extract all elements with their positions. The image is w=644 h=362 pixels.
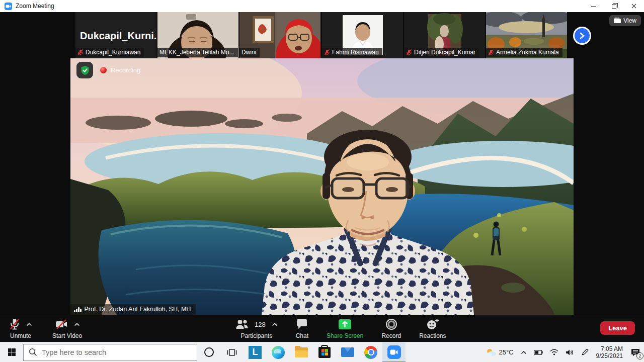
chevron-up-icon bbox=[521, 350, 527, 354]
volume-indicator[interactable] bbox=[562, 342, 578, 362]
participant-big-name: Dukcapil_Kurni... bbox=[80, 30, 156, 42]
zoom-taskbar-icon bbox=[387, 345, 401, 359]
reactions-label: Reactions bbox=[419, 332, 446, 339]
battery-icon bbox=[534, 350, 543, 355]
participant-name-label: Dukcapil_Kurniawan bbox=[86, 49, 140, 56]
participant-tile[interactable]: Dwini bbox=[239, 12, 320, 58]
search-input[interactable] bbox=[23, 344, 197, 361]
muted-mic-icon bbox=[488, 49, 494, 56]
store-button[interactable] bbox=[313, 342, 336, 362]
minimize-button[interactable] bbox=[584, 0, 604, 12]
chat-bubble-icon bbox=[296, 319, 308, 330]
unmute-options-caret[interactable] bbox=[26, 323, 32, 326]
close-button[interactable] bbox=[624, 0, 644, 12]
date-text: 9/25/2021 bbox=[596, 352, 623, 359]
participants-caret[interactable] bbox=[272, 323, 278, 326]
chrome-icon bbox=[364, 346, 377, 359]
audio-level-bars-icon bbox=[74, 307, 82, 312]
file-explorer-button[interactable] bbox=[290, 342, 313, 362]
unmute-label: Unmute bbox=[10, 332, 31, 339]
zoom-taskbar-button[interactable] bbox=[382, 342, 406, 362]
participant-tile[interactable]: Ditjen Dukcapil_Komar bbox=[404, 12, 485, 58]
participants-icon bbox=[235, 319, 249, 330]
participant-tile[interactable]: Fahmi Rismawan bbox=[322, 12, 403, 58]
task-view-button[interactable] bbox=[220, 342, 244, 362]
taskbar-clock[interactable]: 7:05 AM 9/25/2021 bbox=[592, 345, 627, 359]
participants-count: 128 bbox=[255, 321, 266, 328]
video-options-caret[interactable] bbox=[74, 323, 80, 326]
reactions-smiley-icon bbox=[426, 318, 439, 330]
recording-label: Recording bbox=[111, 66, 140, 74]
taskbar-search[interactable] bbox=[23, 344, 197, 361]
tray-overflow-button[interactable] bbox=[517, 342, 530, 362]
file-explorer-icon bbox=[295, 347, 308, 357]
camera-off-icon bbox=[55, 318, 68, 330]
l-app-button[interactable]: L bbox=[244, 342, 267, 362]
participant-name-label: Fahmi Rismawan bbox=[332, 49, 379, 56]
chevron-right-icon bbox=[579, 32, 585, 39]
battery-indicator[interactable] bbox=[530, 342, 546, 362]
share-screen-icon bbox=[338, 319, 352, 330]
next-page-button[interactable] bbox=[573, 27, 591, 45]
grid-view-icon bbox=[614, 18, 621, 24]
speaker-name-text: Prof. Dr. Zudan Arif Fakrulloh, SH, MH bbox=[85, 306, 191, 313]
zoom-meeting-window: Zoom Meeting Dukcapil_Kurni... Dukcapil_… bbox=[0, 0, 644, 362]
partly-cloudy-icon bbox=[486, 348, 497, 357]
notification-badge: 2 bbox=[636, 352, 643, 359]
l-app-icon: L bbox=[249, 346, 262, 359]
participants-button[interactable]: 128 Participants bbox=[235, 318, 278, 339]
speaker-icon bbox=[566, 349, 574, 356]
meeting-content: Dukcapil_Kurni... Dukcapil_Kurniawan MEK… bbox=[0, 12, 644, 342]
windows-logo-icon bbox=[8, 348, 16, 356]
pen-icon bbox=[581, 348, 589, 356]
temperature-text: 25°C bbox=[499, 348, 514, 356]
reactions-button[interactable]: Reactions bbox=[419, 318, 446, 339]
start-button[interactable] bbox=[0, 342, 23, 362]
start-video-label: Start Video bbox=[52, 332, 82, 339]
cortana-button[interactable] bbox=[197, 342, 220, 362]
participant-name-label: Dwini bbox=[242, 49, 256, 56]
unmute-button[interactable]: Unmute bbox=[9, 318, 32, 339]
time-text: 7:05 AM bbox=[596, 345, 623, 352]
muted-mic-icon bbox=[406, 49, 412, 56]
meeting-toolbar: Unmute Start Video bbox=[0, 315, 644, 342]
edge-button[interactable] bbox=[267, 342, 290, 362]
chat-label: Chat bbox=[296, 332, 308, 339]
view-button-label: View bbox=[623, 17, 636, 24]
participant-name-label: Armelia Zukma Kumala bbox=[496, 49, 559, 56]
participant-tile[interactable]: Armelia Zukma Kumala bbox=[486, 12, 567, 58]
participant-tile[interactable]: MEKK_Jeberta Tefilah Mo... bbox=[157, 12, 238, 58]
participant-name-label: Ditjen Dukcapil_Komar bbox=[414, 49, 475, 56]
edge-icon bbox=[272, 346, 285, 359]
share-screen-button[interactable]: Share Screen bbox=[327, 318, 363, 339]
record-button[interactable]: Record bbox=[381, 318, 401, 339]
muted-mic-icon bbox=[324, 49, 330, 56]
chat-button[interactable]: Chat bbox=[296, 318, 308, 339]
share-screen-label: Share Screen bbox=[327, 332, 363, 339]
participant-tile[interactable]: Dukcapil_Kurni... Dukcapil_Kurniawan bbox=[75, 12, 156, 58]
wifi-icon bbox=[550, 349, 558, 355]
participant-name-label: MEKK_Jeberta Tefilah Mo... bbox=[159, 49, 234, 56]
window-title: Zoom Meeting bbox=[16, 3, 54, 10]
cortana-icon bbox=[204, 347, 214, 357]
action-center-button[interactable]: 2 bbox=[627, 342, 644, 362]
windows-ink-button[interactable] bbox=[578, 342, 592, 362]
mic-muted-icon bbox=[9, 318, 20, 330]
weather-widget[interactable]: 25°C bbox=[482, 342, 517, 362]
view-button[interactable]: View bbox=[609, 15, 641, 26]
title-bar: Zoom Meeting bbox=[0, 0, 644, 12]
virtual-background-island-scene bbox=[70, 58, 574, 315]
wifi-indicator[interactable] bbox=[546, 342, 562, 362]
security-shield-icon[interactable] bbox=[76, 62, 93, 78]
mail-button[interactable] bbox=[336, 342, 359, 362]
leave-button[interactable]: Leave bbox=[600, 321, 635, 335]
zoom-app-icon bbox=[5, 3, 12, 10]
start-video-button[interactable]: Start Video bbox=[52, 318, 82, 339]
restore-button[interactable] bbox=[604, 0, 624, 12]
chrome-button[interactable] bbox=[359, 342, 382, 362]
task-view-icon bbox=[227, 348, 237, 356]
muted-mic-icon bbox=[77, 49, 84, 56]
mail-icon bbox=[341, 347, 354, 357]
participants-label: Participants bbox=[241, 332, 273, 339]
store-icon bbox=[318, 347, 331, 358]
